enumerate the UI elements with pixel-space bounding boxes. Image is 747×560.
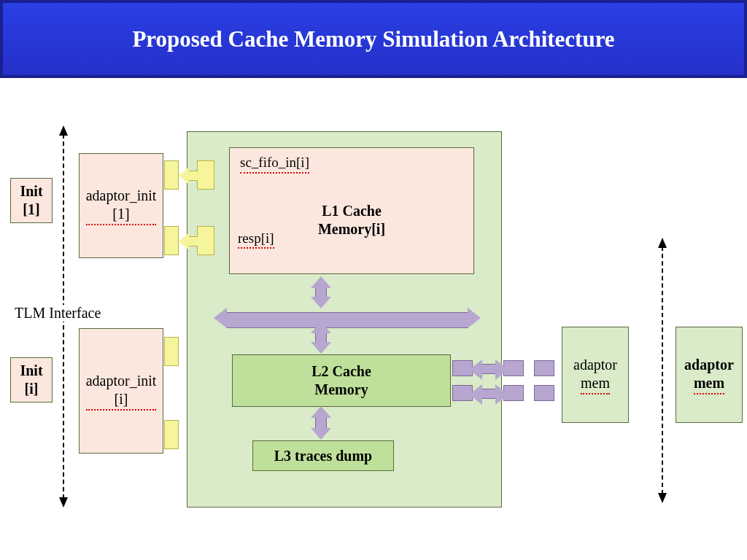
ext-port-1: [534, 360, 554, 376]
tlm-interface-label: TLM Interface: [13, 305, 102, 322]
l2-cache-box: L2 Cache Memory: [232, 354, 451, 407]
adaptor-init-i-box: adaptor_init [i]: [79, 328, 163, 454]
bus-arrow-icon: [226, 312, 468, 328]
init-i-box: Init [i]: [10, 357, 53, 402]
l1-cache-label: L1 Cache Memory[i]: [240, 174, 463, 268]
arrow-down-icon: [658, 493, 667, 503]
bidir-arrow-icon: [315, 332, 327, 343]
l3-dump-box: L3 traces dump: [252, 440, 394, 471]
resp-label: resp[i]: [238, 230, 274, 249]
arrow-up-icon: [658, 238, 667, 248]
port-out-2: [164, 226, 179, 255]
bidir-arrow-icon: [481, 389, 496, 399]
adaptor-mem-1-box: adaptormem: [562, 327, 629, 423]
title-text: Proposed Cache Memory Simulation Archite…: [132, 26, 614, 52]
sc-fifo-label: sc_fifo_in[i]: [240, 154, 309, 174]
port-out-4: [164, 420, 179, 449]
port-out-1: [164, 160, 179, 190]
tlm-interface-line-right: [662, 246, 663, 494]
adaptor-mem-2-box: adaptormem: [676, 327, 743, 423]
arrow-down-icon: [59, 497, 68, 508]
l1-cache-box: sc_fifo_in[i] L1 Cache Memory[i]: [229, 147, 474, 274]
bidir-arrow-icon: [188, 236, 198, 246]
ext-port-2: [534, 385, 554, 401]
adaptor-init-1-box: adaptor_init [1]: [79, 153, 163, 258]
bidir-arrow-icon: [188, 171, 198, 181]
title-banner: Proposed Cache Memory Simulation Archite…: [0, 0, 747, 78]
port-out-3: [164, 337, 179, 366]
bidir-arrow-icon: [481, 364, 496, 374]
bidir-arrow-icon: [315, 287, 327, 298]
bidir-arrow-icon: [315, 417, 327, 429]
init-1-box: Init [1]: [10, 178, 53, 223]
arrow-up-icon: [59, 125, 68, 136]
